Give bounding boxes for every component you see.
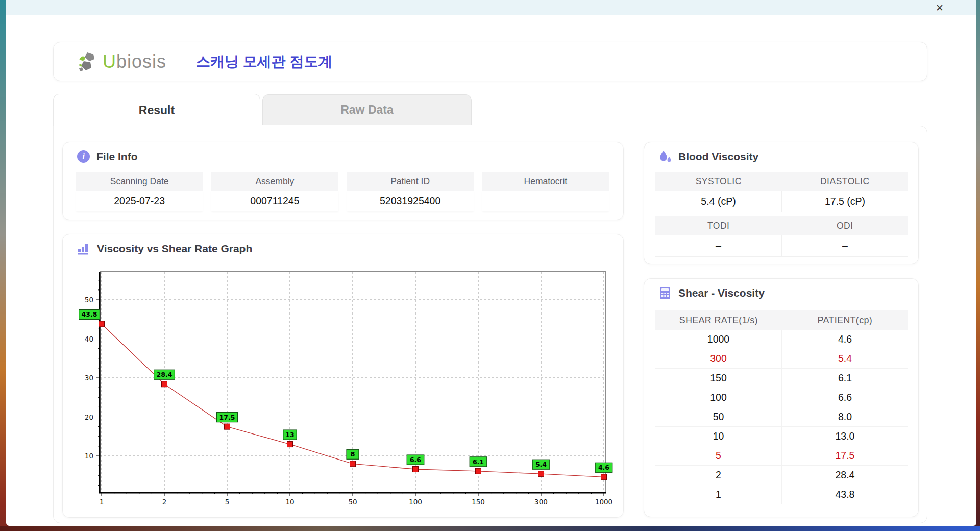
patient-cell: 5.4 [782,349,908,368]
shear-rate-cell: 5 [655,446,782,465]
svg-text:17.5: 17.5 [219,414,235,421]
svg-text:30: 30 [85,374,93,382]
table-row: 508.0 [655,407,908,427]
viscosity-chart-svg: 10203040501251050100150300100043.828.417… [78,264,619,509]
field-hematocrit: Hematocrit [482,172,609,211]
blood-viscosity-row-1: SYSTOLIC DIASTOLIC 5.4 (cP) 17.5 (cP) [655,172,908,212]
table-row: 517.5 [655,446,908,466]
patient-cell: 6.1 [782,369,908,388]
svg-text:1: 1 [100,498,104,506]
table-row: 228.4 [655,466,908,485]
svg-text:43.8: 43.8 [82,310,97,318]
close-icon[interactable]: ✕ [933,1,947,14]
patient-cell: 8.0 [782,407,908,426]
title-bar: ✕ [6,0,976,15]
systolic-value: 5.4 (cP) [655,191,782,212]
calculator-icon [658,286,672,300]
svg-text:6.6: 6.6 [410,456,421,464]
chart-area: 10203040501251050100150300100043.828.417… [78,264,619,509]
header-card: Ubiosis 스캐닝 모세관 점도계 [53,42,927,81]
table-row: 3005.4 [655,349,908,369]
shear-rate-cell: 1 [655,485,782,504]
svg-text:50: 50 [348,498,357,506]
col-patient: PATIENT(cp) [782,310,909,330]
patient-cell: 4.6 [782,330,908,349]
shear-rate-cell: 1000 [655,330,782,349]
blood-viscosity-title: Blood Viscosity [678,151,758,163]
shear-viscosity-table: SHEAR RATE(1/s) PATIENT(cp) 10004.6 3005… [655,310,908,504]
patient-cell: 28.4 [782,466,908,485]
patient-cell: 13.0 [782,427,908,446]
ubiosis-logo-icon [77,51,100,73]
svg-text:13: 13 [285,431,294,439]
shear-viscosity-title: Shear - Viscosity [678,287,765,299]
svg-text:8: 8 [351,450,355,458]
shear-rate-cell: 2 [655,466,782,485]
svg-text:10: 10 [285,498,294,506]
file-info-panel: i File Info Scanning Date 2025-07-23 Ass… [62,142,624,220]
table-row: 143.8 [655,485,908,504]
shear-rate-cell: 10 [655,427,782,446]
shear-rate-cell: 50 [655,407,782,426]
svg-text:1000: 1000 [595,498,612,506]
table-header-row: SHEAR RATE(1/s) PATIENT(cp) [655,310,908,330]
field-label: Assembly [211,172,338,191]
table-row: 1506.1 [655,369,908,388]
svg-text:300: 300 [534,498,548,506]
svg-text:4.6: 4.6 [598,464,609,471]
table-row: 10004.6 [655,330,908,349]
patient-cell: 17.5 [782,446,908,465]
info-icon: i [77,150,90,163]
todi-label: TODI [655,216,782,235]
graph-title: Viscosity vs Shear Rate Graph [97,243,252,255]
svg-text:150: 150 [472,498,485,506]
systolic-label: SYSTOLIC [655,172,782,191]
shear-viscosity-panel: Shear - Viscosity SHEAR RATE(1/s) PATIEN… [644,278,919,517]
field-label: Scanning Date [76,172,203,191]
svg-text:5.4: 5.4 [535,461,547,468]
field-scanning-date: Scanning Date 2025-07-23 [76,172,203,211]
patient-cell: 6.6 [782,388,908,407]
tab-result[interactable]: Result [53,94,260,126]
app-window: ✕ Ubiosis 스캐닝 모세관 점도계 Result Raw Data i … [6,0,976,526]
diastolic-value: 17.5 (cP) [782,191,908,212]
svg-text:20: 20 [85,413,93,421]
viscosity-graph-panel: Viscosity vs Shear Rate Graph 1020304050… [62,234,624,518]
svg-text:100: 100 [409,498,422,506]
svg-text:50: 50 [85,296,93,304]
field-patient-id: Patient ID 52031925400 [347,172,474,211]
shear-rate-cell: 300 [655,349,782,368]
diastolic-label: DIASTOLIC [782,172,909,191]
field-value: 000711245 [211,191,338,211]
shear-rate-cell: 100 [655,388,782,407]
field-value: 52031925400 [347,191,474,211]
col-shear-rate: SHEAR RATE(1/s) [655,310,782,330]
table-row: 1013.0 [655,427,908,446]
field-label: Patient ID [347,172,474,191]
desktop-wallpaper-strip [0,526,980,531]
field-assembly: Assembly 000711245 [211,172,338,211]
field-value: 2025-07-23 [76,191,203,211]
odi-label: ODI [782,216,909,235]
field-value [482,191,609,211]
svg-text:40: 40 [85,335,93,343]
field-label: Hematocrit [482,172,609,191]
blood-viscosity-panel: Blood Viscosity SYSTOLIC DIASTOLIC 5.4 (… [644,142,919,264]
ubiosis-logo: Ubiosis [77,51,166,73]
file-info-title: File Info [96,151,138,163]
patient-cell: 43.8 [782,485,908,504]
svg-text:10: 10 [85,452,93,460]
table-row: 1006.6 [655,388,908,407]
app-title-korean: 스캐닝 모세관 점도계 [196,52,333,71]
todi-value: – [655,235,782,256]
svg-text:28.4: 28.4 [157,371,173,378]
bar-chart-icon [77,242,90,255]
tab-raw-data[interactable]: Raw Data [262,94,472,125]
blood-viscosity-row-2: TODI ODI – – [655,216,908,257]
file-info-fields: Scanning Date 2025-07-23 Assembly 000711… [76,172,609,211]
svg-text:6.1: 6.1 [473,458,484,466]
logo-text: Ubiosis [103,51,166,73]
droplet-icon [658,150,672,163]
odi-value: – [782,235,908,256]
svg-text:5: 5 [225,498,230,506]
